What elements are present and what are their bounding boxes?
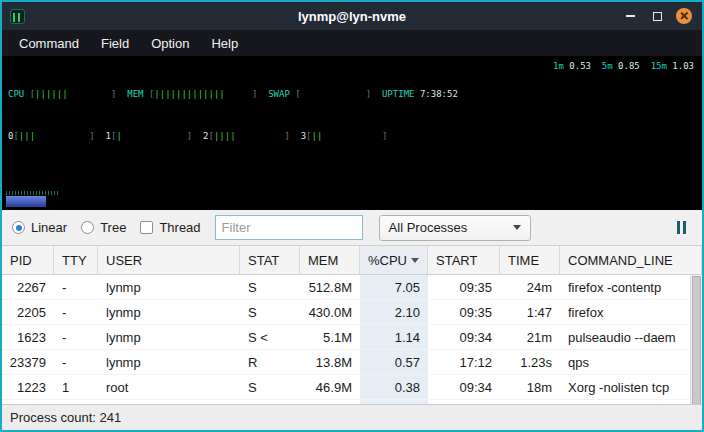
column-header-pid[interactable]: PID (2, 246, 54, 274)
pause-button[interactable] (671, 217, 692, 238)
chevron-down-icon (513, 225, 521, 230)
cell-pid: 2205 (2, 300, 54, 324)
cell-time: 1.23s (500, 350, 560, 374)
cell-time: 4.0m (500, 400, 560, 404)
menu-item-field[interactable]: Field (90, 30, 140, 56)
cell-pid: 2460 (2, 400, 54, 404)
cell-pid: 1623 (2, 325, 54, 349)
titlebar: lynmp@lyn-nvme (2, 2, 702, 30)
cell-tty: - (54, 325, 98, 349)
window-buttons (622, 8, 702, 24)
process-table: PIDTTYUSERSTATMEM%CPUSTARTTIMECOMMAND_LI… (2, 246, 702, 404)
cell-time: 24m (500, 275, 560, 299)
cell-tty: - (54, 350, 98, 374)
scrollbar-thumb[interactable] (692, 276, 701, 404)
vertical-scrollbar[interactable] (690, 275, 702, 404)
linear-radio[interactable]: Linear (12, 220, 67, 235)
column-label: USER (106, 253, 142, 268)
menubar: CommandFieldOptionHelp (2, 30, 702, 56)
tree-label: Tree (100, 220, 126, 235)
column-header-tty[interactable]: TTY (54, 246, 98, 274)
maximize-icon (653, 12, 662, 21)
column-header-mem[interactable]: MEM (300, 246, 360, 274)
cell-stat: S (240, 375, 300, 399)
cell-time: 21m (500, 325, 560, 349)
monitor-line-2: 0[||| ] 1[| ] 2[|||| ] 3[|| ] (8, 129, 696, 143)
cell-cpu: 1.14 (360, 325, 428, 349)
column-header-user[interactable]: USER (98, 246, 240, 274)
column-header-cpu[interactable]: %CPU (360, 246, 428, 274)
close-button[interactable] (676, 8, 692, 24)
column-label: START (436, 253, 477, 268)
cell-tty: - (54, 300, 98, 324)
cell-pid: 23379 (2, 350, 54, 374)
cell-start: 09:34 (428, 375, 500, 399)
cell-tty: 1 (54, 375, 98, 399)
process-row[interactable]: 12231rootS46.9M0.3809:3418mXorg -noliste… (2, 375, 690, 400)
column-header-time[interactable]: TIME (500, 246, 560, 274)
column-header-cmd[interactable]: COMMAND_LINE (560, 246, 702, 274)
table-header: PIDTTYUSERSTATMEM%CPUSTARTTIMECOMMAND_LI… (2, 246, 702, 275)
process-filter-select[interactable]: All Processes (379, 215, 531, 241)
menu-item-command[interactable]: Command (8, 30, 90, 56)
cell-cpu: 0.57 (360, 350, 428, 374)
column-header-start[interactable]: START (428, 246, 500, 274)
cell-pid: 2267 (2, 275, 54, 299)
cell-stat: S < (240, 325, 300, 349)
cell-mem: 5.1M (300, 325, 360, 349)
cell-start: 09:35 (428, 300, 500, 324)
process-row[interactable]: 2205-lynmpS430.0M2.1009:351:47firefox (2, 300, 690, 325)
menu-item-help[interactable]: Help (200, 30, 249, 56)
process-filter-value: All Processes (389, 220, 468, 235)
window-title: lynmp@lyn-nvme (2, 9, 702, 24)
cell-cpu: 7.05 (360, 275, 428, 299)
process-row[interactable]: 2267-lynmpS512.8M7.0509:3524mfirefox -co… (2, 275, 690, 300)
monitor-load: 1m 0.53 5m 0.85 15m 1.03 (553, 59, 694, 73)
thread-label: Thread (159, 220, 200, 235)
cell-stat: R (240, 350, 300, 374)
process-row[interactable]: 2460-lynmpS427.3M0.1909:354.0mfirefox -c… (2, 400, 690, 404)
column-header-stat[interactable]: STAT (240, 246, 300, 274)
load-history-graph (6, 196, 46, 207)
monitor-line-1: CPU [|||||| ] MEM [||||||||||||| ] SWAP … (8, 87, 696, 101)
cell-start: 17:12 (428, 350, 500, 374)
cell-user: lynmp (98, 400, 240, 404)
column-label: TIME (508, 253, 539, 268)
filter-input[interactable] (215, 215, 363, 240)
cell-cpu: 2.10 (360, 300, 428, 324)
app-window: lynmp@lyn-nvme CommandFieldOptionHelp CP… (0, 0, 704, 432)
column-label: COMMAND_LINE (568, 253, 673, 268)
cell-stat: S (240, 275, 300, 299)
checkbox-icon (140, 221, 153, 234)
tree-radio[interactable]: Tree (81, 220, 126, 235)
cell-start: 09:34 (428, 325, 500, 349)
linear-label: Linear (31, 220, 67, 235)
menu-item-option[interactable]: Option (140, 30, 200, 56)
close-icon (680, 12, 687, 19)
cell-time: 18m (500, 375, 560, 399)
process-row[interactable]: 1623-lynmpS <5.1M1.1409:3421mpulseaudio … (2, 325, 690, 350)
maximize-button[interactable] (649, 8, 665, 24)
sort-desc-icon (411, 258, 419, 263)
table-body: 2267-lynmpS512.8M7.0509:3524mfirefox -co… (2, 275, 702, 404)
cell-cmd: firefox -contentp (560, 400, 690, 404)
history-ticks (6, 191, 58, 195)
radio-selected-icon (12, 221, 25, 234)
statusbar: Process count: 241 (2, 404, 702, 430)
cell-user: lynmp (98, 325, 240, 349)
cell-mem: 430.0M (300, 300, 360, 324)
column-label: MEM (308, 253, 338, 268)
cell-mem: 512.8M (300, 275, 360, 299)
pause-icon (677, 221, 686, 234)
cell-cmd: firefox -contentp (560, 275, 690, 299)
process-row[interactable]: 23379-lynmpR13.8M0.5717:121.23sqps (2, 350, 690, 375)
minimize-button[interactable] (622, 8, 638, 24)
cell-user: lynmp (98, 275, 240, 299)
cell-stat: S (240, 400, 300, 404)
thread-checkbox[interactable]: Thread (140, 220, 200, 235)
column-label: STAT (248, 253, 279, 268)
cell-tty: - (54, 275, 98, 299)
process-count: Process count: 241 (10, 410, 121, 425)
cell-cmd: firefox (560, 300, 690, 324)
cell-user: root (98, 375, 240, 399)
